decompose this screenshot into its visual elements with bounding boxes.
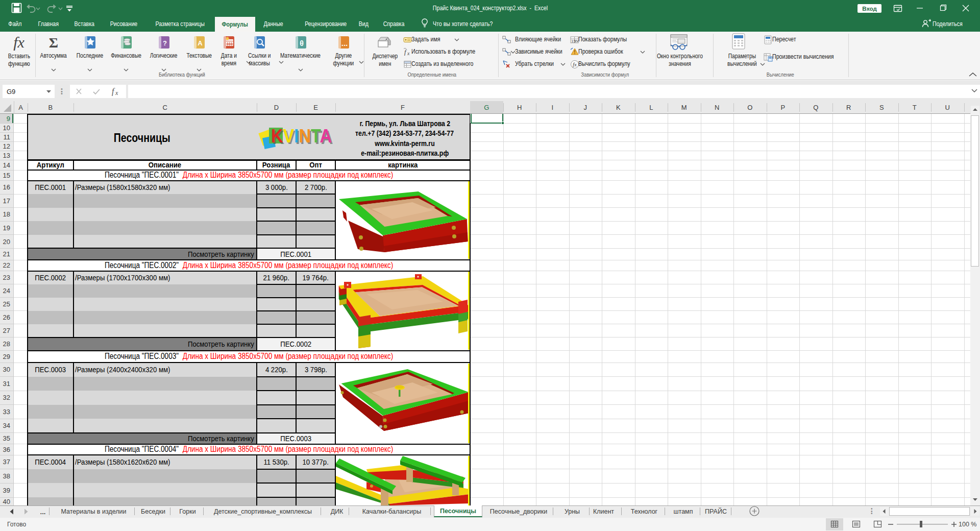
svg-text:θ: θ [300, 39, 304, 47]
svg-text:?: ? [163, 39, 167, 47]
svg-text:x: x [407, 51, 410, 56]
svg-text:KVINTA: KVINTA [271, 126, 332, 147]
svg-text:!: ! [574, 50, 575, 55]
svg-text:f: f [112, 87, 115, 96]
svg-text:x: x [115, 89, 118, 96]
svg-text:...: ... [341, 39, 348, 47]
svg-text:Σ: Σ [49, 35, 58, 50]
svg-text:fx: fx [573, 61, 577, 67]
svg-text:fx: fx [13, 34, 24, 51]
svg-text:A: A [198, 39, 203, 47]
